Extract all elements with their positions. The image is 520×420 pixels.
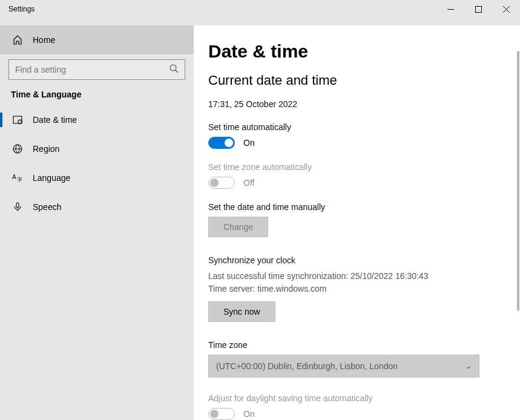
scrollbar[interactable]: [517, 51, 519, 311]
window-controls: [436, 0, 520, 18]
svg-text:字: 字: [17, 177, 22, 183]
svg-line-5: [176, 70, 178, 73]
maximize-icon: [475, 6, 482, 13]
search-icon: [169, 64, 179, 76]
label-dst-auto: Adjust for daylight saving time automati…: [208, 393, 495, 403]
content-pane: Date & time Current date and time 17:31,…: [194, 25, 520, 420]
sidebar-item-region[interactable]: Region: [0, 134, 194, 163]
timezone-selected: (UTC+00:00) Dublin, Edinburgh, Lisbon, L…: [216, 361, 398, 371]
chevron-down-icon: ⌄: [466, 362, 472, 370]
clock-icon: [12, 114, 23, 125]
toggle-set-tz-auto[interactable]: [208, 177, 235, 189]
search-input[interactable]: [15, 65, 169, 74]
label-set-tz-auto: Set time zone automatically: [208, 162, 495, 172]
svg-point-4: [170, 65, 176, 71]
section-title-current: Current date and time: [208, 73, 495, 88]
minimize-button[interactable]: [436, 0, 464, 18]
sidebar-item-label: Date & time: [33, 115, 77, 125]
svg-rect-1: [475, 6, 481, 12]
close-button[interactable]: [492, 0, 520, 18]
sidebar-item-speech[interactable]: Speech: [0, 192, 194, 221]
sidebar-item-date-time[interactable]: Date & time: [0, 105, 194, 134]
timezone-dropdown[interactable]: (UTC+00:00) Dublin, Edinburgh, Lisbon, L…: [208, 355, 479, 378]
toggle-set-time-auto-value: On: [243, 138, 255, 148]
sidebar-home-label: Home: [33, 35, 55, 45]
maximize-button[interactable]: [464, 0, 492, 18]
sidebar-section-title: Time & Language: [0, 88, 194, 105]
home-icon: [12, 34, 23, 45]
microphone-icon: [12, 202, 23, 212]
window-title: Settings: [0, 0, 43, 18]
svg-text:A: A: [12, 174, 16, 180]
sidebar: Home Time & Language Date & time Region: [0, 25, 194, 420]
toggle-dst-auto[interactable]: [208, 408, 235, 420]
close-icon: [503, 6, 510, 13]
titlebar: Settings: [0, 0, 520, 25]
language-icon: A字: [12, 172, 23, 183]
current-datetime: 17:31, 25 October 2022: [208, 99, 495, 109]
label-set-time-auto: Set time automatically: [208, 122, 495, 132]
sync-now-button[interactable]: Sync now: [208, 301, 275, 322]
toggle-set-time-auto[interactable]: [208, 137, 235, 149]
sidebar-item-label: Region: [33, 144, 59, 154]
sync-server: Time server: time.windows.com: [208, 283, 495, 295]
label-timezone: Time zone: [208, 340, 495, 350]
sidebar-item-label: Language: [33, 173, 70, 183]
sidebar-item-language[interactable]: A字 Language: [0, 163, 194, 192]
minimize-icon: [447, 6, 454, 13]
svg-rect-12: [16, 203, 19, 208]
sidebar-item-label: Speech: [33, 202, 61, 212]
change-button[interactable]: Change: [208, 217, 268, 237]
label-set-manual: Set the date and time manually: [208, 202, 495, 212]
section-title-sync: Synchronize your clock: [208, 255, 495, 265]
globe-icon: [12, 143, 23, 154]
toggle-dst-auto-value: On: [243, 409, 255, 419]
toggle-set-tz-auto-value: Off: [243, 178, 254, 188]
sync-last: Last successful time synchronization: 25…: [208, 270, 495, 283]
sidebar-item-home[interactable]: Home: [0, 25, 194, 54]
page-title: Date & time: [208, 41, 495, 62]
search-input-wrap[interactable]: [8, 59, 185, 80]
